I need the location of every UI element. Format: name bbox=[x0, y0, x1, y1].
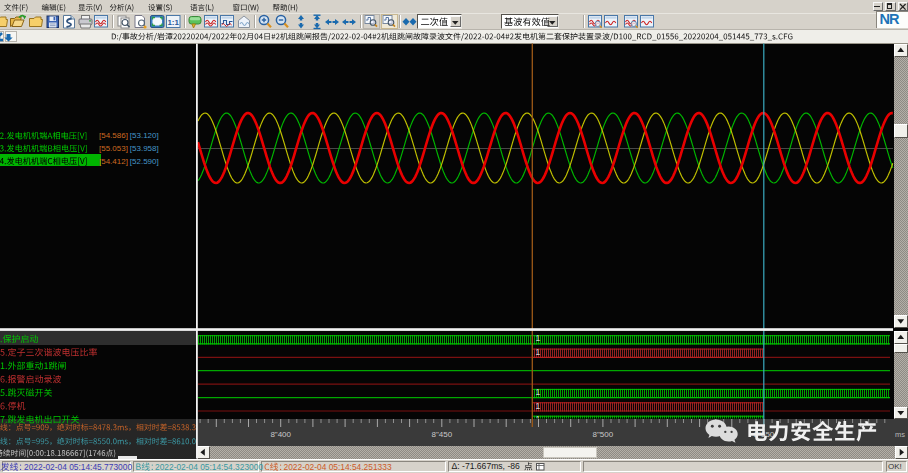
svg-text:1: 1 bbox=[536, 401, 541, 411]
svg-text:ms: ms bbox=[895, 430, 905, 439]
svg-text:8"450: 8"450 bbox=[431, 430, 452, 439]
svg-text:8"400: 8"400 bbox=[270, 430, 291, 439]
svg-text:1: 1 bbox=[536, 387, 541, 397]
svg-text:1: 1 bbox=[536, 347, 541, 357]
svg-text:1: 1 bbox=[536, 333, 541, 343]
svg-text:8"500: 8"500 bbox=[593, 430, 614, 439]
